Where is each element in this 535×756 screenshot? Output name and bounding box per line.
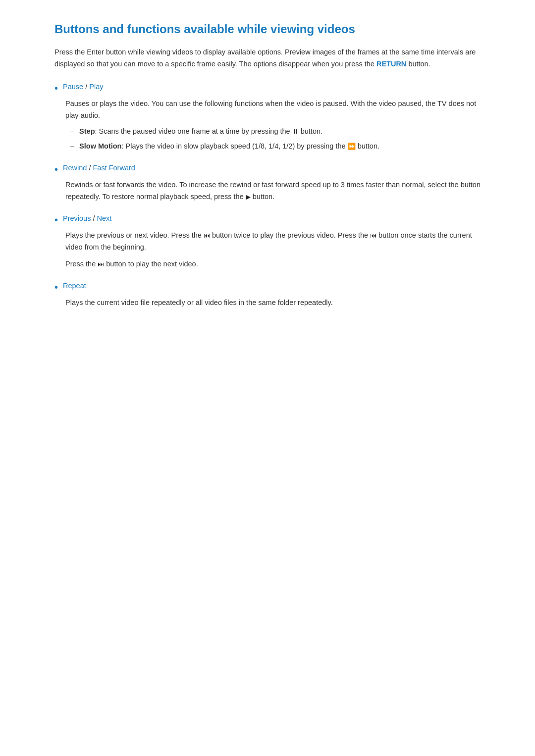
heading-next: Next (97, 214, 112, 222)
prev-icon1: ⏮ (204, 232, 210, 239)
sub-item-step: Step: Scans the paused video one frame a… (65, 126, 481, 138)
previous-desc2: Press the ⏭ button to play the next vide… (65, 258, 481, 270)
section-body-pause-play: Pauses or plays the video. You can use t… (65, 98, 481, 152)
pause-icon: ⏸ (292, 128, 299, 136)
play-icon: ▶ (246, 193, 251, 201)
intro-text-after: button. (408, 60, 430, 68)
term-slowmotion: Slow Motion (79, 142, 121, 150)
fastforward-icon: ⏩ (348, 143, 356, 150)
section-repeat: • Repeat Plays the current video file re… (54, 280, 481, 309)
section-body-previous: Plays the previous or next video. Press … (65, 230, 481, 270)
bullet-row-previous: • Previous / Next (54, 213, 481, 226)
previous-desc1: Plays the previous or next video. Press … (65, 230, 481, 253)
section-heading-repeat: Repeat (63, 280, 86, 292)
repeat-desc: Plays the current video file repeatedly … (65, 297, 481, 309)
heading-rewind: Rewind (63, 164, 87, 172)
heading-sep2: / (87, 164, 93, 172)
heading-pause: Pause (63, 83, 83, 91)
section-body-rewind: Rewinds or fast forwards the video. To i… (65, 179, 481, 203)
prev-icon2: ⏮ (370, 232, 376, 239)
heading-repeat: Repeat (63, 282, 86, 290)
intro-paragraph: Press the Enter button while viewing vid… (54, 47, 481, 70)
section-previous-next: • Previous / Next Plays the previous or … (54, 213, 481, 270)
heading-fastforward: Fast Forward (93, 164, 135, 172)
sub-item-step-content: Step: Scans the paused video one frame a… (79, 126, 322, 138)
bullet-dot: • (54, 82, 58, 94)
heading-play: Play (89, 83, 103, 91)
bullet-dot-repeat: • (54, 281, 58, 293)
term-step: Step (79, 127, 95, 135)
section-heading-rewind: Rewind / Fast Forward (63, 162, 135, 174)
sections-list: • Pause / Play Pauses or plays the video… (54, 81, 481, 308)
pause-play-desc: Pauses or plays the video. You can use t… (65, 98, 481, 122)
sub-item-slowmotion: Slow Motion: Plays the video in slow pla… (65, 141, 481, 152)
page-title: Buttons and functions available while vi… (54, 20, 481, 39)
rewind-desc: Rewinds or fast forwards the video. To i… (65, 179, 481, 203)
next-icon: ⏭ (98, 260, 104, 268)
page-container: Buttons and functions available while vi… (25, 0, 510, 358)
bullet-dot-rewind: • (54, 163, 58, 175)
bullet-dot-previous: • (54, 214, 58, 226)
bullet-row-pause-play: • Pause / Play (54, 81, 481, 94)
heading-sep3: / (91, 214, 97, 222)
return-highlight: RETURN (376, 60, 406, 68)
sub-item-slowmotion-content: Slow Motion: Plays the video in slow pla… (79, 141, 379, 152)
section-rewind-fastforward: • Rewind / Fast Forward Rewinds or fast … (54, 162, 481, 203)
section-heading-pause-play: Pause / Play (63, 81, 103, 93)
bullet-row-repeat: • Repeat (54, 280, 481, 293)
bullet-row-rewind: • Rewind / Fast Forward (54, 162, 481, 175)
section-body-repeat: Plays the current video file repeatedly … (65, 297, 481, 309)
heading-previous: Previous (63, 214, 91, 222)
sub-list-pause-play: Step: Scans the paused video one frame a… (65, 126, 481, 152)
section-heading-previous: Previous / Next (63, 213, 111, 224)
heading-sep: / (83, 83, 89, 91)
section-pause-play: • Pause / Play Pauses or plays the video… (54, 81, 481, 152)
